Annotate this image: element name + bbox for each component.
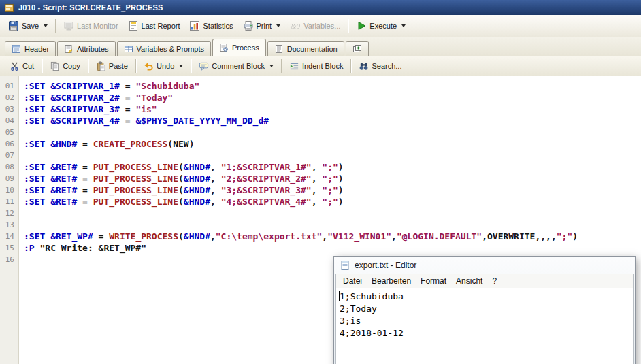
code-token: &SCRIPTVAR_1# [50, 81, 120, 91]
code-line[interactable] [24, 127, 641, 138]
code-token: ";" [322, 185, 338, 195]
code-line[interactable]: :SET &SCRIPTVAR_3# = "is" [24, 103, 641, 115]
tab-process[interactable]: Process [212, 39, 266, 56]
notepad-line: 3;is [340, 315, 629, 327]
menu-datei[interactable]: Datei [338, 275, 367, 287]
tab-new-tab[interactable] [346, 41, 369, 56]
code-token: "Today" [135, 93, 173, 103]
save-button[interactable]: Save [3, 18, 52, 33]
cut-button[interactable]: Cut [5, 59, 39, 73]
dropdown-arrow-icon[interactable] [269, 65, 274, 67]
code-token: &HND# [184, 162, 210, 172]
code-token: ( [178, 231, 184, 242]
code-token: = [77, 162, 93, 172]
code-token: , [391, 231, 397, 242]
code-line[interactable] [24, 208, 641, 219]
undo-button[interactable]: Undo [139, 59, 188, 73]
code-token: , [210, 197, 221, 207]
indent-block-button[interactable]: Indent Block [284, 59, 348, 73]
dropdown-arrow-icon[interactable] [179, 65, 183, 67]
app-icon [4, 3, 14, 13]
code-line[interactable] [24, 219, 641, 231]
tab-documentation[interactable]: Documentation [267, 41, 344, 56]
code-token [45, 81, 50, 91]
menu-help[interactable]: ? [487, 275, 502, 287]
variables-prompts-icon [124, 44, 133, 54]
code-line[interactable]: :SET &RET# = PUT_PROCESS_LINE(&HND#, "2;… [24, 173, 641, 184]
dropdown-arrow-icon[interactable] [276, 24, 280, 27]
code-token: ";" [557, 231, 572, 242]
code-token: "Schubiduba" [135, 81, 199, 91]
code-line[interactable] [24, 150, 641, 161]
notepad-content[interactable]: 1;Schubiduba2;Today3;is4;2018-01-12 [336, 288, 633, 364]
line-number: 02 [0, 92, 18, 103]
code-token: "C:\temp\export.txt" [216, 231, 323, 242]
code-line[interactable]: :P "RC Write: &RET_WP#" [24, 242, 641, 254]
code-line[interactable]: :SET &SCRIPTVAR_2# = "Today" [24, 92, 641, 103]
dropdown-arrow-icon[interactable] [401, 24, 406, 27]
line-number: 03 [0, 103, 18, 115]
code-token: CREATE_PROCESS [93, 139, 168, 149]
print-button[interactable]: Print [238, 18, 286, 33]
undo-icon [144, 61, 154, 71]
last-report-button[interactable]: Last Report [123, 18, 185, 33]
code-token: :SET [24, 185, 45, 195]
code-token [45, 231, 50, 242]
window-title: J010 - Script: SCRI.CREATE_PROCESS [18, 3, 163, 12]
menu-format[interactable]: Format [416, 275, 451, 287]
search-button[interactable]: Search... [354, 59, 406, 73]
save-icon [8, 20, 19, 31]
copy-button[interactable]: Copy [45, 59, 85, 73]
statistics-icon [189, 20, 200, 31]
toolbar-separator [350, 59, 351, 73]
notepad-window[interactable]: export.txt - Editor DateiBearbeitenForma… [333, 256, 636, 364]
code-token: "1;&SCRIPTVAR_1#" [221, 162, 312, 172]
code-line[interactable]: :SET &SCRIPTVAR_1# = "Schubiduba" [24, 80, 641, 92]
process-icon [219, 43, 229, 52]
code-token: ";" [322, 197, 338, 207]
cut-icon [10, 61, 20, 71]
cut-label: Cut [22, 62, 34, 70]
code-token: &RET# [50, 197, 77, 207]
code-token: :SET [24, 93, 45, 103]
code-token: &HND# [184, 185, 210, 195]
dropdown-arrow-icon[interactable] [44, 24, 48, 27]
new-tab-icon [352, 44, 362, 54]
code-line[interactable]: :SET &RET_WP# = WRITE_PROCESS(&HND#,"C:\… [24, 231, 641, 242]
tab-attributes[interactable]: Attributes [57, 41, 115, 56]
code-token: WRITE_PROCESS [109, 231, 178, 242]
last-monitor-button[interactable]: Last Monitor [59, 18, 123, 33]
paste-button[interactable]: Paste [91, 59, 133, 73]
comment-block-button[interactable]: Comment Block [194, 59, 278, 73]
code-line[interactable]: :SET &RET# = PUT_PROCESS_LINE(&HND#, "1;… [24, 161, 641, 173]
print-icon [243, 20, 254, 31]
paste-icon [96, 61, 106, 71]
code-token: = [120, 81, 135, 91]
code-token: &RET_WP# [50, 231, 93, 242]
print-label: Print [257, 22, 272, 30]
execute-button[interactable]: Execute [351, 18, 410, 33]
tab-label: Header [24, 45, 49, 53]
code-line[interactable]: :SET &SCRIPTVAR_4# = &$PHYS_DATE_YYYY_MM… [24, 115, 641, 127]
line-number: 12 [0, 208, 18, 219]
code-token: :SET [24, 231, 45, 242]
variables-button[interactable]: &0Variables... [285, 18, 345, 33]
search-icon [359, 61, 369, 71]
notepad-titlebar[interactable]: export.txt - Editor [335, 257, 634, 274]
code-line[interactable]: :SET &RET# = PUT_PROCESS_LINE(&HND#, "3;… [24, 184, 641, 196]
code-token: &HND# [184, 231, 210, 242]
code-token: = [120, 93, 135, 103]
tab-variables-prompts[interactable]: Variables & Prompts [117, 41, 211, 56]
code-token: , [312, 162, 323, 172]
statistics-button[interactable]: Statistics [184, 18, 237, 33]
code-token: ( [178, 162, 184, 172]
code-line[interactable]: :SET &HND# = CREATE_PROCESS(NEW) [24, 138, 641, 150]
code-line[interactable]: :SET &RET# = PUT_PROCESS_LINE(&HND#, "4;… [24, 196, 641, 208]
window-titlebar[interactable]: J010 - Script: SCRI.CREATE_PROCESS [0, 0, 641, 15]
menu-ansicht[interactable]: Ansicht [451, 275, 487, 287]
line-number: 14 [0, 231, 18, 242]
code-token: ) [338, 197, 344, 207]
tab-header[interactable]: Header [5, 41, 56, 56]
code-token: = [120, 116, 135, 126]
menu-bearbeiten[interactable]: Bearbeiten [367, 275, 416, 287]
